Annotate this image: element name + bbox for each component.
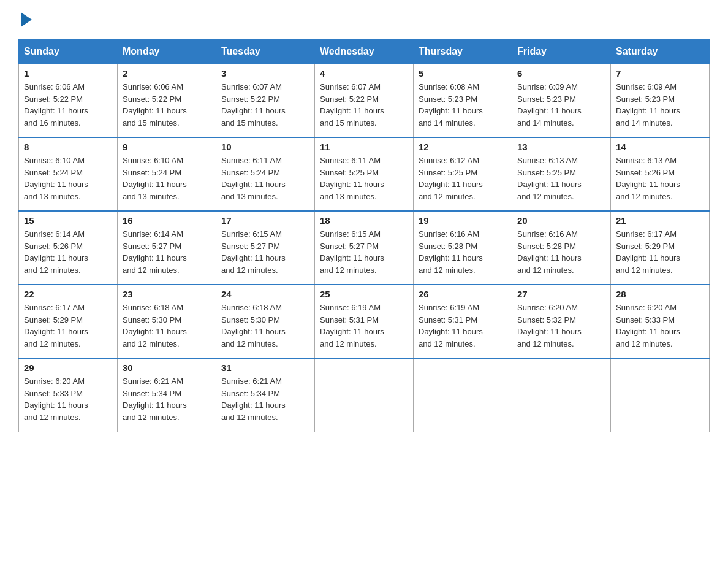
calendar-cell: 9 Sunrise: 6:10 AM Sunset: 5:24 PM Dayli… — [118, 137, 216, 211]
day-number: 11 — [320, 142, 408, 152]
calendar-cell — [611, 358, 710, 432]
day-number: 19 — [419, 215, 507, 226]
day-info: Sunrise: 6:13 AM Sunset: 5:26 PM Dayligh… — [616, 155, 704, 202]
calendar-cell: 18 Sunrise: 6:15 AM Sunset: 5:27 PM Dayl… — [315, 211, 414, 285]
header-saturday: Saturday — [611, 40, 710, 64]
header-sunday: Sunday — [19, 40, 118, 64]
day-number: 5 — [419, 68, 507, 79]
day-number: 16 — [123, 215, 211, 226]
calendar-cell — [512, 358, 611, 432]
calendar-cell: 24 Sunrise: 6:18 AM Sunset: 5:30 PM Dayl… — [216, 285, 315, 358]
day-number: 10 — [221, 142, 309, 152]
calendar-cell: 13 Sunrise: 6:13 AM Sunset: 5:25 PM Dayl… — [512, 137, 611, 211]
day-info: Sunrise: 6:06 AM Sunset: 5:22 PM Dayligh… — [123, 81, 211, 129]
calendar-cell: 16 Sunrise: 6:14 AM Sunset: 5:27 PM Dayl… — [118, 211, 216, 285]
calendar-cell: 15 Sunrise: 6:14 AM Sunset: 5:26 PM Dayl… — [19, 211, 118, 285]
day-info: Sunrise: 6:06 AM Sunset: 5:22 PM Dayligh… — [24, 81, 112, 129]
calendar-cell: 10 Sunrise: 6:11 AM Sunset: 5:24 PM Dayl… — [216, 137, 315, 211]
page-header — [18, 12, 710, 27]
day-number: 9 — [123, 142, 211, 152]
day-info: Sunrise: 6:20 AM Sunset: 5:33 PM Dayligh… — [616, 302, 704, 350]
day-info: Sunrise: 6:14 AM Sunset: 5:27 PM Dayligh… — [123, 228, 211, 276]
logo-arrow-icon — [21, 12, 32, 27]
day-info: Sunrise: 6:09 AM Sunset: 5:23 PM Dayligh… — [517, 81, 605, 129]
day-number: 30 — [123, 362, 211, 373]
calendar-cell: 1 Sunrise: 6:06 AM Sunset: 5:22 PM Dayli… — [19, 64, 118, 137]
day-info: Sunrise: 6:11 AM Sunset: 5:24 PM Dayligh… — [221, 155, 309, 202]
day-number: 31 — [221, 362, 309, 373]
day-number: 2 — [123, 68, 211, 79]
day-info: Sunrise: 6:19 AM Sunset: 5:31 PM Dayligh… — [320, 302, 408, 350]
calendar-cell: 12 Sunrise: 6:12 AM Sunset: 5:25 PM Dayl… — [414, 137, 512, 211]
calendar-cell: 23 Sunrise: 6:18 AM Sunset: 5:30 PM Dayl… — [118, 285, 216, 358]
day-number: 3 — [221, 68, 309, 79]
day-info: Sunrise: 6:11 AM Sunset: 5:25 PM Dayligh… — [320, 155, 408, 202]
day-number: 12 — [419, 142, 507, 152]
calendar-cell: 2 Sunrise: 6:06 AM Sunset: 5:22 PM Dayli… — [118, 64, 216, 137]
day-number: 18 — [320, 215, 408, 226]
day-number: 29 — [24, 362, 112, 373]
calendar-cell: 11 Sunrise: 6:11 AM Sunset: 5:25 PM Dayl… — [315, 137, 414, 211]
day-info: Sunrise: 6:21 AM Sunset: 5:34 PM Dayligh… — [221, 375, 309, 423]
day-number: 20 — [517, 215, 605, 226]
day-info: Sunrise: 6:16 AM Sunset: 5:28 PM Dayligh… — [419, 228, 507, 276]
day-info: Sunrise: 6:18 AM Sunset: 5:30 PM Dayligh… — [123, 302, 211, 350]
calendar-cell: 5 Sunrise: 6:08 AM Sunset: 5:23 PM Dayli… — [414, 64, 512, 137]
calendar-table: SundayMondayTuesdayWednesdayThursdayFrid… — [18, 39, 710, 432]
day-number: 6 — [517, 68, 605, 79]
header-friday: Friday — [512, 40, 611, 64]
day-number: 24 — [221, 289, 309, 299]
calendar-cell: 21 Sunrise: 6:17 AM Sunset: 5:29 PM Dayl… — [611, 211, 710, 285]
day-info: Sunrise: 6:12 AM Sunset: 5:25 PM Dayligh… — [419, 155, 507, 202]
header-row: SundayMondayTuesdayWednesdayThursdayFrid… — [19, 40, 710, 64]
day-info: Sunrise: 6:20 AM Sunset: 5:32 PM Dayligh… — [517, 302, 605, 350]
calendar-cell: 29 Sunrise: 6:20 AM Sunset: 5:33 PM Dayl… — [19, 358, 118, 432]
day-number: 25 — [320, 289, 408, 299]
header-thursday: Thursday — [414, 40, 512, 64]
week-row-4: 22 Sunrise: 6:17 AM Sunset: 5:29 PM Dayl… — [19, 285, 710, 358]
day-number: 27 — [517, 289, 605, 299]
header-wednesday: Wednesday — [315, 40, 414, 64]
day-info: Sunrise: 6:14 AM Sunset: 5:26 PM Dayligh… — [24, 228, 112, 276]
day-info: Sunrise: 6:15 AM Sunset: 5:27 PM Dayligh… — [221, 228, 309, 276]
calendar-cell: 31 Sunrise: 6:21 AM Sunset: 5:34 PM Dayl… — [216, 358, 315, 432]
calendar-cell: 7 Sunrise: 6:09 AM Sunset: 5:23 PM Dayli… — [611, 64, 710, 137]
calendar-cell: 3 Sunrise: 6:07 AM Sunset: 5:22 PM Dayli… — [216, 64, 315, 137]
calendar-cell: 25 Sunrise: 6:19 AM Sunset: 5:31 PM Dayl… — [315, 285, 414, 358]
calendar-cell: 4 Sunrise: 6:07 AM Sunset: 5:22 PM Dayli… — [315, 64, 414, 137]
day-number: 7 — [616, 68, 704, 79]
day-info: Sunrise: 6:17 AM Sunset: 5:29 PM Dayligh… — [616, 228, 704, 276]
calendar-cell — [414, 358, 512, 432]
calendar-cell: 28 Sunrise: 6:20 AM Sunset: 5:33 PM Dayl… — [611, 285, 710, 358]
calendar-cell: 6 Sunrise: 6:09 AM Sunset: 5:23 PM Dayli… — [512, 64, 611, 137]
day-info: Sunrise: 6:07 AM Sunset: 5:22 PM Dayligh… — [221, 81, 309, 129]
day-info: Sunrise: 6:13 AM Sunset: 5:25 PM Dayligh… — [517, 155, 605, 202]
week-row-3: 15 Sunrise: 6:14 AM Sunset: 5:26 PM Dayl… — [19, 211, 710, 285]
calendar-body: 1 Sunrise: 6:06 AM Sunset: 5:22 PM Dayli… — [19, 64, 710, 432]
calendar-cell: 20 Sunrise: 6:16 AM Sunset: 5:28 PM Dayl… — [512, 211, 611, 285]
day-info: Sunrise: 6:16 AM Sunset: 5:28 PM Dayligh… — [517, 228, 605, 276]
calendar-cell — [315, 358, 414, 432]
day-info: Sunrise: 6:10 AM Sunset: 5:24 PM Dayligh… — [24, 155, 112, 202]
calendar-cell: 26 Sunrise: 6:19 AM Sunset: 5:31 PM Dayl… — [414, 285, 512, 358]
calendar-cell: 17 Sunrise: 6:15 AM Sunset: 5:27 PM Dayl… — [216, 211, 315, 285]
calendar-cell: 8 Sunrise: 6:10 AM Sunset: 5:24 PM Dayli… — [19, 137, 118, 211]
day-info: Sunrise: 6:17 AM Sunset: 5:29 PM Dayligh… — [24, 302, 112, 350]
day-number: 17 — [221, 215, 309, 226]
day-info: Sunrise: 6:18 AM Sunset: 5:30 PM Dayligh… — [221, 302, 309, 350]
day-number: 15 — [24, 215, 112, 226]
day-number: 1 — [24, 68, 112, 79]
week-row-2: 8 Sunrise: 6:10 AM Sunset: 5:24 PM Dayli… — [19, 137, 710, 211]
day-number: 4 — [320, 68, 408, 79]
week-row-5: 29 Sunrise: 6:20 AM Sunset: 5:33 PM Dayl… — [19, 358, 710, 432]
day-info: Sunrise: 6:15 AM Sunset: 5:27 PM Dayligh… — [320, 228, 408, 276]
calendar-cell: 19 Sunrise: 6:16 AM Sunset: 5:28 PM Dayl… — [414, 211, 512, 285]
day-number: 23 — [123, 289, 211, 299]
calendar-cell: 27 Sunrise: 6:20 AM Sunset: 5:32 PM Dayl… — [512, 285, 611, 358]
day-info: Sunrise: 6:10 AM Sunset: 5:24 PM Dayligh… — [123, 155, 211, 202]
day-number: 28 — [616, 289, 704, 299]
calendar-cell: 14 Sunrise: 6:13 AM Sunset: 5:26 PM Dayl… — [611, 137, 710, 211]
day-info: Sunrise: 6:21 AM Sunset: 5:34 PM Dayligh… — [123, 375, 211, 423]
header-monday: Monday — [118, 40, 216, 64]
day-number: 13 — [517, 142, 605, 152]
